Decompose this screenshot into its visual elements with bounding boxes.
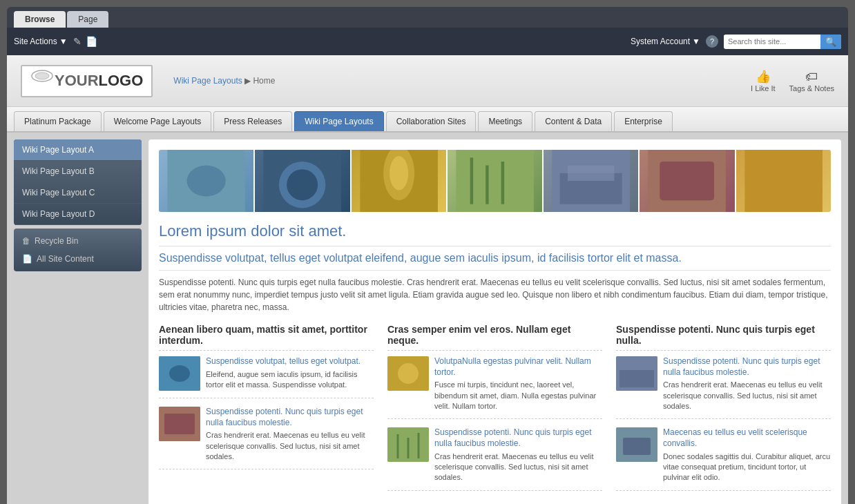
- article-link-2[interactable]: VolutpaNulla egestas pulvinar velit. Nul…: [434, 356, 602, 378]
- sidebar-bottom: 🗑 Recycle Bin 📄 All Site Content: [14, 229, 142, 271]
- breadcrumb-home: Home: [253, 76, 275, 86]
- article-link-1[interactable]: Suspendisse volutpat, tellus eget volutp…: [206, 356, 374, 367]
- logo-text: YOURLOGO: [55, 72, 143, 90]
- article-item-4: Suspendisse potenti. Nunc quis turpis eg…: [159, 407, 374, 469]
- header-section: YOURLOGO Wiki Page Layouts ▶ Home 👍 I Li…: [7, 55, 848, 107]
- main-panel: Lorem ipsum dolor sit amet. Suspendisse …: [148, 139, 841, 504]
- hero-image-6: [640, 150, 734, 212]
- main-content: Site Actions ▼ ✎ 📄 System Account ▼ ? 🔍: [7, 28, 848, 504]
- article-thumb-5: [387, 427, 429, 462]
- article-item-1: Suspendisse volutpat, tellus eget volutp…: [159, 356, 374, 398]
- tags-notes-label: Tags & Notes: [789, 84, 834, 93]
- article-item-5: Suspendisse potenti. Nunc quis turpis eg…: [387, 427, 602, 490]
- logo-area: YOURLOGO: [21, 65, 153, 97]
- nav-tabs: Platinum Package Welcome Page Layouts Pr…: [7, 107, 848, 133]
- outer-frame: Browse Page Site Actions ▼ ✎ 📄 System Ac…: [0, 0, 855, 504]
- system-account-label: System Account: [631, 37, 690, 46]
- article-text-2: Fusce mi turpis, tincidunt nec, laoreet …: [434, 380, 602, 411]
- search-button[interactable]: 🔍: [820, 35, 841, 49]
- tab-browse[interactable]: Browse: [14, 11, 66, 28]
- article-text-6: Donec sodales sagittis dui. Curabitur al…: [663, 452, 831, 483]
- tab-meetings[interactable]: Meetings: [478, 111, 532, 131]
- svg-rect-10: [456, 150, 534, 212]
- article-text-4: Cras hendrerit erat. Maecenas eu tellus …: [206, 430, 374, 462]
- all-site-content-label: All Site Content: [37, 254, 94, 264]
- hero-image-2: [255, 150, 349, 212]
- header-actions: 👍 I Like It 🏷 Tags & Notes: [751, 69, 834, 93]
- article-item-3: Suspendisse potenti. Nunc quis turpis eg…: [616, 356, 831, 419]
- logo-swoosh: [30, 69, 55, 93]
- article-text-1: Eleifend, augue sem iaculis ipsum, id fa…: [206, 369, 374, 391]
- breadcrumb-separator: ▶: [244, 76, 251, 86]
- tab-content-data[interactable]: Content & Data: [535, 111, 612, 131]
- content-area: Wiki Page Layout A Wiki Page Layout B Wi…: [7, 133, 848, 504]
- dropdown-arrow-icon: ▼: [59, 37, 68, 46]
- recycle-bin-label: Recycle Bin: [35, 236, 78, 246]
- browser-chrome: Browse Page: [7, 7, 848, 28]
- edit-icon[interactable]: ✎: [73, 36, 81, 47]
- tags-notes-button[interactable]: 🏷 Tags & Notes: [789, 70, 834, 93]
- article-item-2: VolutpaNulla egestas pulvinar velit. Nul…: [387, 356, 602, 419]
- page-icon[interactable]: 📄: [86, 36, 97, 47]
- svg-point-6: [287, 169, 318, 200]
- hero-image-3: [352, 150, 446, 212]
- article-content-3: Suspendisse potenti. Nunc quis turpis eg…: [663, 356, 831, 411]
- sidebar: Wiki Page Layout A Wiki Page Layout B Wi…: [14, 139, 142, 504]
- article-link-6[interactable]: Maecenas eu tellus eu velit scelerisque …: [663, 427, 831, 449]
- sidebar-item-layout-c[interactable]: Wiki Page Layout C: [14, 182, 142, 204]
- logo-your: YOUR: [55, 72, 99, 89]
- svg-rect-16: [568, 166, 615, 182]
- breadcrumb-link[interactable]: Wiki Page Layouts: [173, 76, 242, 86]
- main-body-text: Suspendisse potenti. Nunc quis turpis eg…: [159, 276, 831, 313]
- svg-rect-35: [623, 438, 651, 455]
- like-it-button[interactable]: 👍 I Like It: [751, 69, 775, 93]
- svg-rect-25: [164, 414, 195, 434]
- column-3: Suspendisse potenti. Nunc quis turpis eg…: [616, 324, 831, 499]
- article-content-5: Suspendisse potenti. Nunc quis turpis eg…: [434, 427, 602, 483]
- search-input[interactable]: [724, 35, 820, 48]
- sidebar-item-layout-a[interactable]: Wiki Page Layout A: [14, 139, 142, 161]
- tab-press-releases[interactable]: Press Releases: [213, 111, 292, 131]
- article-thumb-4: [159, 407, 200, 441]
- col2-heading: Cras semper enim vel eros. Nullam eget n…: [387, 324, 602, 351]
- article-link-5[interactable]: Suspendisse potenti. Nunc quis turpis eg…: [434, 427, 602, 449]
- top-bar-icons: ✎ 📄: [73, 36, 97, 47]
- logo-logo: LOGO: [99, 72, 144, 89]
- article-content-1: Suspendisse volutpat, tellus eget volutp…: [206, 356, 374, 391]
- tab-enterprise[interactable]: Enterprise: [614, 111, 673, 131]
- main-heading-2: Suspendisse volutpat, tellus eget volutp…: [159, 252, 831, 271]
- tab-page[interactable]: Page: [67, 11, 108, 28]
- system-account-arrow-icon: ▼: [692, 37, 700, 46]
- all-site-content-link[interactable]: 📄 All Site Content: [14, 250, 142, 268]
- tab-wiki-page-layouts[interactable]: Wiki Page Layouts: [294, 111, 383, 131]
- tags-notes-icon: 🏷: [805, 70, 818, 84]
- recycle-bin-link[interactable]: 🗑 Recycle Bin: [14, 232, 142, 250]
- svg-point-1: [35, 72, 49, 79]
- hero-image-5: [544, 150, 638, 212]
- breadcrumb: Wiki Page Layouts ▶ Home: [173, 76, 275, 86]
- article-content-4: Suspendisse potenti. Nunc quis turpis eg…: [206, 407, 374, 462]
- tab-bar: Browse Page: [14, 11, 108, 28]
- svg-rect-33: [619, 370, 654, 387]
- article-content-6: Maecenas eu tellus eu velit scelerisque …: [663, 427, 831, 483]
- tab-welcome-page-layouts[interactable]: Welcome Page Layouts: [104, 111, 212, 131]
- sidebar-item-layout-b[interactable]: Wiki Page Layout B: [14, 161, 142, 182]
- tab-platinum-package[interactable]: Platinum Package: [14, 111, 102, 131]
- like-it-icon: 👍: [756, 69, 771, 84]
- sidebar-item-layout-d[interactable]: Wiki Page Layout D: [14, 204, 142, 225]
- svg-point-23: [169, 365, 190, 382]
- col3-heading: Suspendisse potenti. Nunc quis turpis eg…: [616, 324, 831, 351]
- article-thumb-3: [616, 356, 657, 391]
- svg-point-27: [398, 363, 419, 384]
- svg-rect-18: [660, 162, 715, 200]
- article-item-6: Maecenas eu tellus eu velit scelerisque …: [616, 427, 831, 490]
- help-button[interactable]: ?: [706, 35, 718, 48]
- article-link-3[interactable]: Suspendisse potenti. Nunc quis turpis eg…: [663, 356, 831, 378]
- site-actions-label: Site Actions: [14, 37, 57, 46]
- article-link-4[interactable]: Suspendisse potenti. Nunc quis turpis eg…: [206, 407, 374, 428]
- site-actions-button[interactable]: Site Actions ▼: [14, 37, 68, 46]
- hero-images: [159, 150, 831, 212]
- tab-collaboration-sites[interactable]: Collaboration Sites: [386, 111, 477, 131]
- system-account-button[interactable]: System Account ▼: [631, 37, 700, 46]
- top-bar: Site Actions ▼ ✎ 📄 System Account ▼ ? 🔍: [7, 28, 848, 55]
